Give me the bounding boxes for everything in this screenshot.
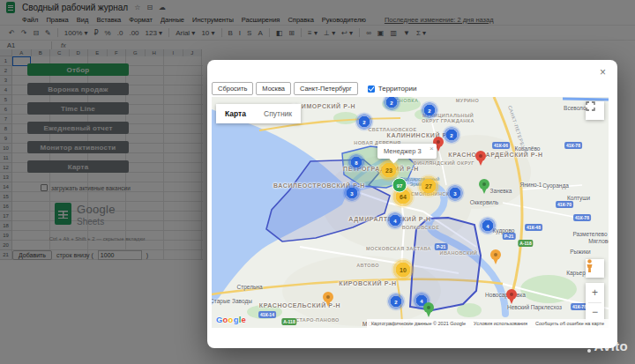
pin-dot [510, 293, 513, 296]
pin-dot [494, 253, 497, 256]
cluster-marker-blue[interactable]: 2 [443, 126, 461, 145]
tooltip-text: Менеджер 3 [384, 147, 422, 155]
pin-marker-green[interactable] [479, 179, 489, 194]
map-filter-bar: Сбросить Москва Санкт-Петербург Территор… [212, 82, 416, 95]
map-type-map[interactable]: Карта [216, 104, 255, 123]
road-badge: 41К-78 [564, 142, 582, 149]
pin-dot [482, 182, 486, 186]
area-label: ВОЛКОВСКОЕ [402, 225, 440, 230]
town-label: Рыжики [570, 249, 590, 255]
town-label: Янино-1 [520, 182, 542, 188]
town-label: Разметелево [572, 231, 607, 237]
area-label: СТАРО-ПАНОВО [295, 317, 340, 323]
pin-marker-red[interactable] [475, 151, 486, 166]
road-badge: 41К-70 [556, 201, 573, 208]
territories-checkbox[interactable]: Территории [368, 85, 417, 93]
pin-marker-orange[interactable] [490, 249, 501, 264]
cluster-marker-blue[interactable]: 3 [446, 184, 465, 203]
fullscreen-button[interactable] [586, 101, 604, 120]
town-label: Оккервиль [470, 199, 498, 205]
cluster-marker-green[interactable]: 97 [392, 178, 407, 193]
district-label: ПРИМОРСКИЙ Р-Н [292, 103, 355, 109]
fullscreen-icon [586, 101, 595, 111]
avito-logo-icon [578, 340, 591, 353]
map-attribution: Картографические данные © 2021 GoogleУсл… [367, 319, 609, 328]
logo-letter: e [241, 315, 245, 324]
pin-dot [437, 140, 440, 144]
town-label: Старые Заводы [212, 298, 252, 304]
attribution-0: Картографические данные © 2021 Google [371, 321, 466, 326]
logo-letter: G [216, 315, 223, 324]
pin-marker-green[interactable] [423, 302, 434, 317]
road-badge: 41К-06 [492, 142, 510, 149]
attribution-1[interactable]: Условия использования [474, 321, 527, 326]
town-label: Суоранда [542, 182, 569, 189]
cluster-marker-blue[interactable]: 2 [387, 293, 406, 311]
area-label: ФИНЛЯНДСКИЙ ОКРУГ [413, 160, 474, 166]
pin-marker-orange[interactable] [323, 292, 333, 307]
map-canvas[interactable]: ПРИМОРСКИЙ Р-НКАЛИНИНСКИЙ Р-НКРАСНОГВАРД… [212, 97, 609, 328]
town-label: Новосаратовка [485, 292, 526, 298]
spb-button[interactable]: Санкт-Петербург [294, 82, 358, 95]
avito-watermark: Avito [578, 338, 628, 353]
town-label: Колтуши [567, 195, 590, 201]
area-label: МОСКОВСКАЯ ЗАСТАВА [366, 246, 431, 251]
area-label: МУРИНО [456, 98, 479, 103]
town-label: Ковалёво [515, 145, 541, 152]
google-logo[interactable]: Google [216, 315, 246, 324]
pegman-control[interactable] [586, 259, 604, 278]
town-label: Карьер [566, 270, 586, 276]
watermark-text: Avito [594, 338, 628, 353]
district-label: КИРОВСКИЙ Р-Н [339, 280, 396, 286]
zoom-in-button[interactable]: + [586, 283, 604, 302]
marker-tooltip: Менеджер 3 × [377, 144, 437, 159]
cluster-marker-blue[interactable]: 2 [355, 113, 374, 131]
map-type-satellite[interactable]: Спутник [255, 104, 301, 123]
road-badge: 41К-48 [525, 224, 542, 231]
cluster-marker-blue[interactable]: 4 [386, 212, 405, 230]
road-badge: А-118 [518, 240, 533, 247]
pegman-icon [586, 259, 594, 272]
town-label: Невский Парклесхоз [507, 304, 562, 310]
tooltip-close-icon[interactable]: × [430, 145, 434, 152]
screen: Сводный рабочий журнал ☆⊟☁ ФайлПравкаВид… [0, 0, 635, 364]
checkbox-checked-icon[interactable] [368, 85, 375, 93]
cluster-marker-blue[interactable]: 3 [343, 184, 362, 203]
cluster-marker-blue[interactable]: 2 [421, 101, 439, 120]
area-label: АВТОВО [356, 263, 379, 268]
road-badge: 41К-78 [573, 214, 591, 221]
pin-dot [427, 306, 430, 309]
cluster-marker-yellow[interactable]: 27 [417, 175, 440, 197]
cluster-marker-blue[interactable]: 4 [479, 217, 497, 235]
reset-button[interactable]: Сбросить [212, 82, 253, 95]
area-label: ИВАНОВСКИЙ [440, 250, 478, 256]
town-label: Стрельна [236, 284, 262, 290]
moscow-button[interactable]: Москва [256, 82, 291, 95]
road-badge: Р-21 [435, 243, 448, 250]
town-label: Мяглово [588, 238, 609, 244]
attribution-2[interactable]: Сообщить об ошибке на карте [535, 321, 604, 326]
cluster-marker-blue[interactable]: 8 [347, 153, 366, 172]
territories-label: Территории [378, 85, 417, 93]
town-label: Заневка [490, 188, 512, 194]
pin-dot [326, 295, 330, 299]
road-badge: А-118 [281, 318, 296, 325]
pin-dot [479, 154, 482, 158]
cluster-marker-yellow[interactable]: 10 [392, 258, 415, 281]
road-badge: 41К-14 [258, 311, 276, 318]
road-badge: Р-21 [503, 233, 516, 240]
zoom-control: + − [586, 283, 604, 322]
pin-marker-red[interactable] [506, 289, 517, 304]
map-type-control: Карта Спутник [216, 104, 301, 123]
map-modal: × Сбросить Москва Санкт-Петербург Террит… [207, 60, 617, 348]
close-icon[interactable]: × [600, 67, 606, 78]
area-label: СВЕТЛАНОВСКОЕ [368, 127, 416, 132]
district-label: КРАСНОГВАРДЕЙСКИЙ Р-Н [448, 152, 542, 158]
